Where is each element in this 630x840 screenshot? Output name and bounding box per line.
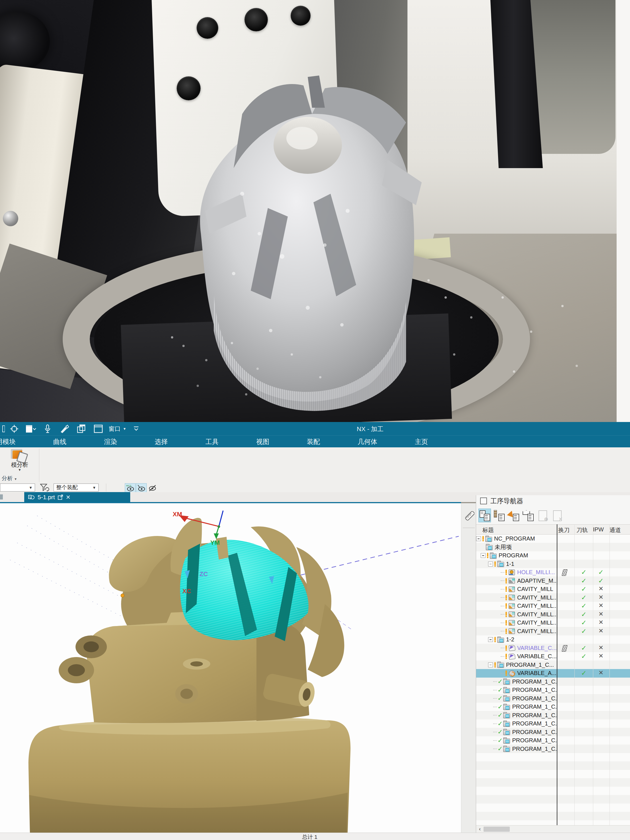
menu-item-用模块[interactable]: 用模块 — [0, 436, 16, 448]
tree-row[interactable]: ✓PROGRAM_1_C... — [476, 736, 630, 745]
analysis-ribbon-group[interactable]: 模分析 ▼ 分析 ▼ — [1, 448, 38, 480]
tree-row[interactable]: ✓PROGRAM_1_C... — [476, 703, 630, 711]
tree-row[interactable]: CAVITY_MILL...✓✕ — [476, 594, 630, 602]
tree-row[interactable]: CAVITY_MILL✓✕ — [476, 585, 630, 594]
completed-check-icon: ✓ — [497, 695, 503, 702]
tree-row[interactable]: ✓PROGRAM_1_C... — [476, 695, 630, 703]
tree-row[interactable]: ADAPTIVE_M...✓✓ — [476, 577, 630, 585]
navigator-hscrollbar[interactable]: ‹ — [476, 825, 630, 832]
tree-row-label: PROGRAM — [499, 552, 528, 559]
menu-item-主页[interactable]: 主页 — [415, 436, 428, 448]
column-header-刀轨[interactable]: 刀轨 — [576, 526, 588, 534]
expander-icon[interactable] — [488, 562, 493, 567]
menu-item-装配[interactable]: 装配 — [307, 436, 320, 448]
scrollbar-thumb[interactable] — [483, 827, 510, 832]
sketch-brush-icon[interactable] — [57, 422, 73, 436]
delete-view-button: ✕ — [551, 508, 564, 522]
expander-icon[interactable] — [488, 637, 493, 642]
window-display-icon[interactable] — [91, 422, 106, 436]
tree-row[interactable]: VARIABLE_C...✓✕ — [476, 644, 630, 652]
hide-icon[interactable] — [147, 483, 158, 493]
tree-row-label: CAVITY_MILL... — [517, 603, 557, 609]
tree-row[interactable]: PROGRAM — [476, 551, 630, 560]
tree-row[interactable]: ✓PROGRAM_1_C... — [476, 686, 630, 695]
tree-row[interactable]: VARIABLE_C...✓✕ — [476, 652, 630, 661]
tree-row[interactable]: ✓PROGRAM_1_C... — [476, 728, 630, 737]
copy-display-icon[interactable] — [74, 422, 90, 436]
tree-row[interactable]: 1-2 — [476, 635, 630, 644]
menu-item-渲染[interactable]: 渲染 — [104, 436, 117, 448]
tree-row[interactable]: CAVITY_MILL...✓✕ — [476, 610, 630, 619]
toolpath-status-check-icon: ✓ — [578, 669, 589, 677]
window-menu[interactable]: 窗口 ▼ — [107, 422, 128, 436]
status-bar: 总计 1 — [0, 832, 630, 840]
voice-command-icon[interactable] — [40, 422, 55, 436]
column-header-通道[interactable]: 通道 — [609, 526, 621, 534]
measure-ruler-icon[interactable] — [464, 511, 474, 524]
program-order-view-button[interactable] — [478, 508, 491, 522]
ribbon-tab-bar: 用模块曲线渲染选择工具视图装配几何体主页 — [0, 436, 630, 448]
menu-item-曲线[interactable]: 曲线 — [53, 436, 66, 448]
varc-icon — [508, 654, 516, 660]
ipw-status-cross-icon: ✕ — [595, 602, 606, 609]
tree-row[interactable]: NC_PROGRAM — [476, 535, 630, 543]
tree-row[interactable]: ✓PROGRAM_1_C... — [476, 720, 630, 728]
column-header-IPW[interactable]: IPW — [593, 526, 604, 533]
tree-row[interactable]: HOLE_MILLI...✓✓ — [476, 568, 630, 577]
close-tab-icon[interactable]: ✕ — [66, 494, 71, 501]
expander-icon[interactable] — [481, 553, 486, 558]
tree-row-label: PROGRAM_1_C... — [512, 720, 557, 727]
new-part-icon[interactable] — [23, 422, 39, 436]
menu-item-选择[interactable]: 选择 — [155, 436, 168, 448]
tree-row-selected[interactable]: VARIABLE_A...✓✕ — [476, 669, 630, 677]
panel-dock-icon[interactable] — [480, 497, 487, 504]
navigator-header: 工序导航器 — [476, 495, 630, 507]
tree-row[interactable]: PROGRAM_1_C... — [476, 661, 630, 669]
scroll-left-icon[interactable]: ‹ — [476, 826, 483, 832]
navigator-column-header[interactable]: 标题换刀刀轨IPW通道 — [476, 524, 630, 535]
detach-window-icon[interactable] — [58, 494, 63, 500]
machining-method-view-button[interactable] — [522, 508, 535, 522]
photo-droplets — [428, 279, 430, 281]
show-component-icon[interactable] — [136, 483, 147, 493]
selection-scope-combo[interactable]: 整个装配▼ — [54, 483, 99, 491]
navigator-tree: NC_PROGRAM未用项PROGRAM1-1HOLE_MILLI...✓✓AD… — [476, 535, 630, 825]
tree-row[interactable]: CAVITY_MILL...✓✕ — [476, 619, 630, 627]
clipped-icon — [0, 422, 6, 436]
cavity-icon — [508, 603, 516, 609]
tree-row[interactable]: CAVITY_MILL...✓✕ — [476, 602, 630, 610]
tree-row-label: VARIABLE_C... — [517, 645, 557, 651]
unpostprocessed-marker-icon — [505, 570, 507, 575]
expander-icon[interactable] — [476, 536, 481, 541]
tree-row[interactable]: ✓PROGRAM_1_C... — [476, 745, 630, 753]
unpostprocessed-marker-icon — [487, 553, 488, 558]
tree-row[interactable]: ✓PROGRAM_1_C... — [476, 677, 630, 686]
tree-row[interactable]: 未用项 — [476, 543, 630, 552]
unpostprocessed-marker-icon — [505, 654, 507, 659]
separator — [106, 483, 106, 491]
column-divider-main[interactable] — [557, 524, 557, 825]
graphics-viewport[interactable]: XM YM ZC XC — [0, 503, 461, 832]
tree-row[interactable]: ✓PROGRAM_1_C... — [476, 711, 630, 720]
completed-check-icon: ✓ — [497, 745, 503, 753]
tree-row[interactable]: CAVITY_MILL...✓✕ — [476, 627, 630, 636]
menu-item-几何体[interactable]: 几何体 — [358, 436, 377, 448]
machine-tool-view-button[interactable] — [493, 508, 505, 522]
selection-filter-combo[interactable]: ▼ — [0, 483, 35, 491]
expander-icon[interactable] — [488, 663, 493, 667]
folder-icon — [486, 544, 493, 550]
show-mcs-icon[interactable]: MCS — [125, 483, 136, 493]
photo-droplets — [171, 336, 173, 338]
column-header-title[interactable]: 标题 — [482, 526, 494, 534]
filter-reset-icon[interactable] — [40, 483, 50, 493]
tree-row-label: 1-2 — [506, 636, 514, 643]
column-header-换刀[interactable]: 换刀 — [558, 526, 570, 534]
menu-item-视图[interactable]: 视图 — [256, 436, 269, 448]
nx-application-window: 窗口 ▼ NX - 加工 用模块曲线渲染选择工具视图装配几何体主页 模分析 ▼ … — [0, 0, 630, 840]
snap-point-icon[interactable] — [7, 422, 22, 436]
tab-5-1-prt[interactable]: S 5-1.prt ✕ — [24, 492, 130, 502]
minimize-ribbon-icon[interactable] — [129, 422, 143, 436]
menu-item-工具[interactable]: 工具 — [205, 436, 219, 448]
geometry-view-button[interactable] — [507, 508, 520, 522]
tree-row[interactable]: 1-1 — [476, 560, 630, 568]
